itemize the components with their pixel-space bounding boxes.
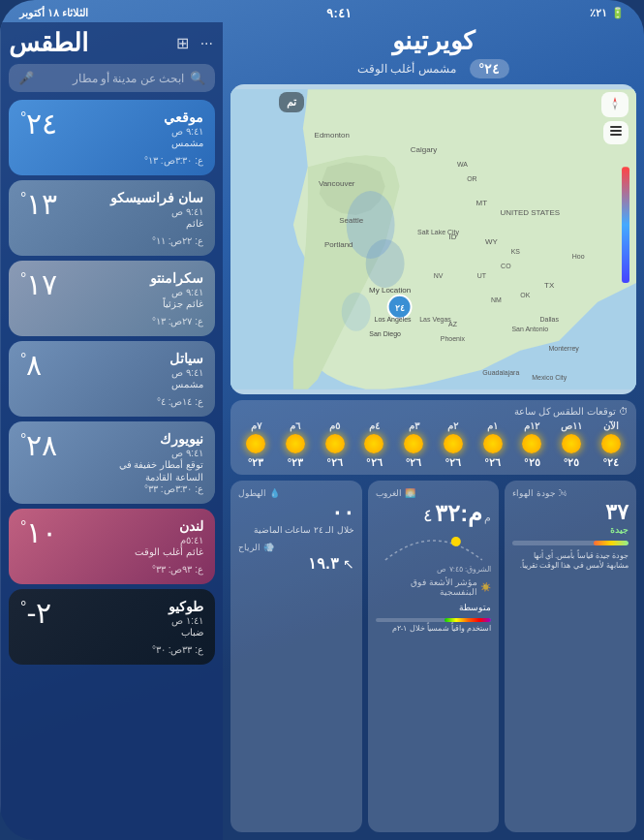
svg-rect-38 xyxy=(622,167,629,283)
sunset-am-pm: م xyxy=(484,512,491,524)
hourly-row: الآن ٢٤° ١١ص ٢٥° ١٢م ٢٥° ١م ٢٦° ٢م ٢٦° ٣… xyxy=(238,420,629,469)
city-card[interactable]: سياتل ٩:٤١ ص مشمس ٨° ع: ١٤ص: ٤° xyxy=(9,341,215,417)
sunset-widget: 🌅 الغروب م م:٣٢ ٤ xyxy=(368,481,500,832)
hourly-item: ٢م ٢٦° xyxy=(436,420,471,469)
svg-text:NV: NV xyxy=(434,272,444,279)
svg-text:TX: TX xyxy=(544,281,555,290)
right-header: ··· ⊞ الطقس xyxy=(9,22,215,64)
hourly-temp: ٢٦° xyxy=(366,456,382,469)
status-date: الثلاثاء ١٨ أكتوبر xyxy=(19,7,88,19)
card-top: سان فرانسيسكو ٩:٤١ ص غائم ١٣° xyxy=(20,190,203,230)
sun-icon xyxy=(404,434,423,453)
city-card[interactable]: سكرامنتو ٩:٤١ ص غائم جزئياً ١٧° ع: ٢٧ص: … xyxy=(9,261,215,336)
card-top: سكرامنتو ٩:٤١ ص غائم جزئياً ١٧° xyxy=(20,270,203,310)
app-title: الطقس xyxy=(9,28,88,58)
card-city-name: طوكيو xyxy=(169,599,203,615)
card-minmax: ع: ٣:٣٠ص: ٣٣° xyxy=(144,483,203,494)
city-card[interactable]: سان فرانسيسكو ٩:٤١ ص غائم ١٣° ع: ٢٢ص: ١١… xyxy=(9,180,215,256)
svg-text:Phoenix: Phoenix xyxy=(441,335,466,342)
city-card[interactable]: موقعي ٩:٤١ ص مشمس ٢٤° ع: ٣:٣٠ص: ١٣° xyxy=(9,100,215,175)
card-temp: ٨° xyxy=(20,351,42,380)
sun-icon xyxy=(364,434,383,453)
card-temp: ١٣° xyxy=(20,190,57,219)
city-header: كويرتينو ٢٤° مشمس أغلب الوقت xyxy=(230,22,636,84)
svg-text:Dallas: Dallas xyxy=(540,316,560,323)
battery-level: ٢١٪ xyxy=(590,7,607,19)
svg-text:Calgary: Calgary xyxy=(411,145,437,154)
svg-text:Las Vegas: Las Vegas xyxy=(419,316,451,324)
svg-text:NM: NM xyxy=(491,296,502,303)
map-done-button[interactable]: تم xyxy=(279,92,304,112)
hourly-item: ١١ص ٢٥° xyxy=(554,420,589,469)
air-quality-bar xyxy=(512,541,629,545)
svg-text:CO: CO xyxy=(501,263,511,269)
svg-text:٢٤: ٢٤ xyxy=(395,303,405,313)
svg-point-43 xyxy=(450,537,460,546)
uv-note: استخدم واقياً شمسياً خلال ١-٢م xyxy=(376,624,492,634)
precip-label: خلال الـ ٢٤ ساعات الماضية xyxy=(238,525,354,537)
card-top: موقعي ٩:٤١ ص مشمس ٢٤° xyxy=(20,109,203,149)
card-time: ١:٤١ ص xyxy=(169,615,203,626)
air-quality-value: ٣٧ xyxy=(512,502,629,523)
sunset-title: 🌅 الغروب xyxy=(376,488,492,498)
header-icons: ··· ⊞ xyxy=(174,32,215,54)
hourly-temp: ٢٤° xyxy=(603,456,619,469)
air-quality-bar-fill xyxy=(594,541,629,545)
card-degree-symbol: ° xyxy=(20,599,26,615)
svg-point-42 xyxy=(613,102,617,106)
card-condition: مشمس xyxy=(169,378,203,390)
battery-icon: 🔋 xyxy=(611,7,625,19)
svg-text:Seattle: Seattle xyxy=(339,216,363,225)
sun-icon xyxy=(325,434,345,453)
more-button[interactable]: ··· xyxy=(199,32,215,54)
city-card[interactable]: لندن ٥:٤١م غائم أغلب الوقت ١٠° ع: ٩٣ص: ٣… xyxy=(9,509,215,584)
mic-icon: 🎤 xyxy=(18,71,34,85)
hourly-temp: ٢٥° xyxy=(524,456,539,469)
city-card[interactable]: نيويورك ٩:٤١ ص توقع أمطار خفيفة في الساع… xyxy=(9,421,215,504)
status-bar: 🔋 ٢١٪ ٩:٤۱ الثلاثاء ١٨ أكتوبر xyxy=(0,0,644,22)
map-layers-button[interactable] xyxy=(603,121,629,144)
city-card[interactable]: طوكيو ١:٤١ ص ضباب ٢-° ع: ٣٣ص: ٣٠° xyxy=(9,589,215,665)
city-list: موقعي ٩:٤١ ص مشمس ٢٤° ع: ٣:٣٠ص: ١٣° سان … xyxy=(9,100,215,832)
hourly-time: ٦م xyxy=(290,420,300,431)
hourly-item: ٧م ٢٣° xyxy=(238,420,273,469)
hourly-time: ٤م xyxy=(369,420,380,431)
svg-text:Mexico City: Mexico City xyxy=(532,374,567,382)
card-top: طوكيو ١:٤١ ص ضباب ٢-° xyxy=(20,599,203,638)
city-name: كويرتينو xyxy=(230,26,636,56)
uv-title: ☀️ مؤشر الأشعة فوق البنفسجية xyxy=(376,577,492,597)
card-degree-symbol: ° xyxy=(20,270,26,287)
view-toggle-button[interactable]: ⊞ xyxy=(174,32,191,54)
uv-bar xyxy=(376,618,492,622)
card-time: ٩:٤١ ص xyxy=(107,448,203,458)
card-minmax: ع: ٢٢ص: ١١° xyxy=(152,235,203,246)
weather-map: ٢٤ Edmonton Calgary Vancouver Seattle Po… xyxy=(230,84,636,394)
status-time: ٩:٤۱ xyxy=(326,6,351,20)
search-bar[interactable]: 🔍 ابحث عن مدينة أو مطار 🎤 xyxy=(9,64,215,92)
svg-text:Edmonton: Edmonton xyxy=(315,131,350,140)
wind-value: ١٩.٣ xyxy=(308,556,338,572)
card-top: نيويورك ٩:٤١ ص توقع أمطار خفيفة في الساع… xyxy=(20,431,203,483)
svg-text:UT: UT xyxy=(477,272,487,279)
sun-icon xyxy=(286,434,305,453)
card-city-name: سكرامنتو xyxy=(150,270,203,287)
card-time: ٩:٤١ ص xyxy=(150,287,203,297)
card-bottom: ع: ٢٧ص: ١٣° xyxy=(20,316,203,327)
card-minmax: ع: ٩٣ص: ٣٣° xyxy=(152,564,203,575)
wind-title: 💨 الرياح xyxy=(238,543,354,552)
svg-rect-39 xyxy=(610,130,622,132)
svg-text:MT: MT xyxy=(476,199,488,207)
svg-text:Los Angeles: Los Angeles xyxy=(375,316,412,324)
card-condition: غائم أغلب الوقت xyxy=(135,545,203,558)
uv-value: متوسطة xyxy=(376,603,492,614)
air-quality-title: 🌬 جودة الهواء xyxy=(512,488,629,498)
svg-point-3 xyxy=(366,239,405,288)
card-condition: غائم xyxy=(110,217,203,230)
sun-icon xyxy=(601,434,621,453)
sunset-arc xyxy=(376,526,492,565)
search-placeholder: ابحث عن مدينة أو مطار xyxy=(40,72,184,85)
hourly-title: ⏱ توقعات الطقس كل ساعة xyxy=(238,406,629,417)
map-compass-button[interactable] xyxy=(601,92,629,117)
ipad-frame: 🔋 ٢١٪ ٩:٤۱ الثلاثاء ١٨ أكتوبر كويرتينو ٢… xyxy=(0,0,644,840)
card-left: موقعي ٩:٤١ ص مشمس xyxy=(164,109,203,149)
